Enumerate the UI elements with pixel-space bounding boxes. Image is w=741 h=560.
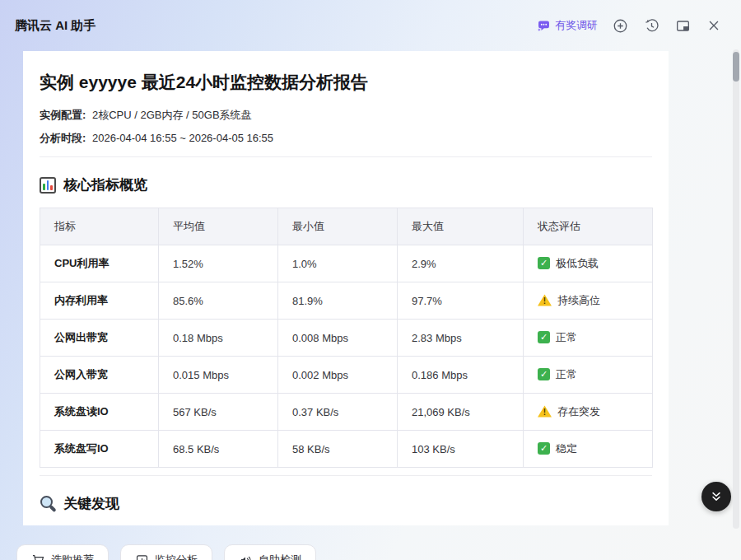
- scrollbar-track[interactable]: [733, 49, 739, 529]
- table-row: 公网出带宽0.18 Mbps0.008 Mbps2.83 Mbps正常: [40, 320, 653, 357]
- metric-max: 2.9%: [398, 245, 524, 282]
- titlebar: 腾讯云 AI 助手 有奖调研: [0, 0, 741, 51]
- table-row: CPU利用率1.52%1.0%2.9%极低负载: [40, 245, 653, 282]
- config-value: 2核CPU / 2GB内存 / 50GB系统盘: [92, 109, 252, 121]
- new-chat-button[interactable]: [611, 16, 629, 35]
- status-label: 稳定: [556, 442, 577, 455]
- pip-icon: [675, 18, 691, 34]
- col-header-max: 最大值: [398, 208, 524, 245]
- metric-min: 0.008 Mbps: [278, 320, 398, 357]
- check-icon: [538, 368, 550, 380]
- instance-config-line: 实例配置: 2核CPU / 2GB内存 / 50GB系统盘: [40, 108, 652, 123]
- table-row: 内存利用率85.6%81.9%97.7%持续高位: [40, 282, 653, 320]
- divider: [40, 156, 652, 157]
- monitor-chart-icon: [135, 553, 149, 560]
- check-icon: [538, 331, 550, 343]
- purchase-recommend-label: 选购推荐: [51, 553, 94, 560]
- table-row: 系统盘写IO68.5 KB/s58 KB/s103 KB/s稳定: [40, 431, 653, 468]
- table-header-row: 指标 平均值 最小值 最大值 状态评估: [40, 208, 653, 245]
- section-overview-header: 核心指标概览: [40, 175, 652, 194]
- magnifier-icon: [40, 496, 56, 512]
- section-overview-title: 核心指标概览: [63, 175, 147, 194]
- app-title: 腾讯云 AI 助手: [15, 18, 96, 34]
- metric-name: CPU利用率: [40, 245, 159, 282]
- metric-min: 1.0%: [278, 245, 398, 282]
- survey-label: 有奖调研: [555, 18, 598, 33]
- analysis-period-line: 分析时段: 2026-04-04 16:55 ~ 2026-04-05 16:5…: [40, 131, 652, 146]
- quick-actions-bar: 选购推荐 监控分析 自助检测: [16, 544, 316, 560]
- sound-wave-icon: [239, 553, 253, 560]
- metric-name: 内存利用率: [40, 282, 159, 320]
- bar-chart-icon: [40, 177, 56, 194]
- plus-circle-icon: [613, 18, 628, 34]
- monitor-analysis-button[interactable]: 监控分析: [120, 544, 212, 560]
- period-label: 分析时段:: [40, 132, 86, 144]
- check-icon: [538, 257, 550, 269]
- metric-avg: 567 KB/s: [159, 394, 278, 431]
- metric-avg: 68.5 KB/s: [159, 431, 278, 468]
- table-row: 系统盘读IO567 KB/s0.37 KB/s21,069 KB/s存在突发: [40, 394, 653, 431]
- warning-icon: [538, 405, 552, 418]
- config-label: 实例配置:: [40, 109, 86, 121]
- metric-max: 21,069 KB/s: [398, 394, 524, 431]
- history-button[interactable]: [642, 16, 660, 35]
- survey-icon: [537, 19, 551, 33]
- scrollbar-thumb[interactable]: [733, 52, 739, 82]
- col-header-avg: 平均值: [159, 208, 278, 245]
- metric-avg: 1.52%: [159, 245, 278, 282]
- close-button[interactable]: [705, 16, 723, 35]
- section-findings-header: 关键发现: [40, 494, 652, 513]
- metric-avg: 85.6%: [159, 282, 278, 320]
- metric-min: 58 KB/s: [278, 431, 398, 468]
- status-cell: 存在突发: [524, 394, 653, 431]
- table-row: 公网入带宽0.015 Mbps0.002 Mbps0.186 Mbps正常: [40, 357, 653, 394]
- col-header-status: 状态评估: [524, 208, 653, 245]
- titlebar-actions: 有奖调研: [537, 16, 723, 35]
- status-label: 极低负载: [556, 257, 599, 269]
- metrics-table: 指标 平均值 最小值 最大值 状态评估 CPU利用率1.52%1.0%2.9%极…: [40, 208, 653, 468]
- self-diagnose-label: 自助检测: [259, 553, 301, 560]
- metric-min: 0.37 KB/s: [278, 394, 398, 431]
- monitor-analysis-label: 监控分析: [155, 553, 198, 560]
- metric-max: 103 KB/s: [398, 431, 524, 468]
- warning-icon: [538, 294, 552, 306]
- metric-max: 97.7%: [398, 282, 524, 320]
- status-cell: 持续高位: [524, 282, 653, 320]
- status-label: 正常: [556, 331, 577, 343]
- status-cell: 正常: [524, 320, 653, 357]
- scroll-to-bottom-button[interactable]: [701, 482, 731, 511]
- metric-name: 公网入带宽: [40, 357, 159, 394]
- status-label: 正常: [556, 368, 577, 380]
- cart-icon: [31, 553, 45, 560]
- divider: [40, 475, 652, 476]
- period-value: 2026-04-04 16:55 ~ 2026-04-05 16:55: [92, 132, 273, 144]
- double-chevron-down-icon: [709, 489, 724, 504]
- section-findings-title: 关键发现: [63, 494, 119, 513]
- status-label: 持续高位: [557, 294, 600, 306]
- metric-max: 2.83 Mbps: [398, 320, 524, 357]
- metric-min: 81.9%: [278, 282, 398, 320]
- report-title: 实例 eyyyye 最近24小时监控数据分析报告: [40, 71, 652, 94]
- status-cell: 正常: [524, 357, 653, 394]
- col-header-metric: 指标: [40, 208, 159, 245]
- pip-window-button[interactable]: [673, 16, 692, 35]
- metric-min: 0.002 Mbps: [278, 357, 398, 394]
- status-cell: 极低负载: [524, 245, 653, 282]
- col-header-min: 最小值: [278, 208, 398, 245]
- status-label: 存在突发: [557, 405, 600, 418]
- metric-name: 系统盘读IO: [40, 394, 159, 431]
- metric-avg: 0.18 Mbps: [159, 320, 278, 357]
- metric-name: 系统盘写IO: [40, 431, 159, 468]
- self-diagnose-button[interactable]: 自助检测: [224, 544, 316, 560]
- purchase-recommend-button[interactable]: 选购推荐: [16, 544, 109, 560]
- history-icon: [644, 18, 659, 34]
- metric-name: 公网出带宽: [40, 320, 159, 357]
- check-icon: [538, 442, 550, 455]
- metric-max: 0.186 Mbps: [398, 357, 524, 394]
- report-card: 实例 eyyyye 最近24小时监控数据分析报告 实例配置: 2核CPU / 2…: [23, 51, 669, 525]
- status-cell: 稳定: [524, 431, 653, 468]
- survey-link[interactable]: 有奖调研: [537, 18, 598, 33]
- metric-avg: 0.015 Mbps: [159, 357, 278, 394]
- close-icon: [706, 18, 721, 33]
